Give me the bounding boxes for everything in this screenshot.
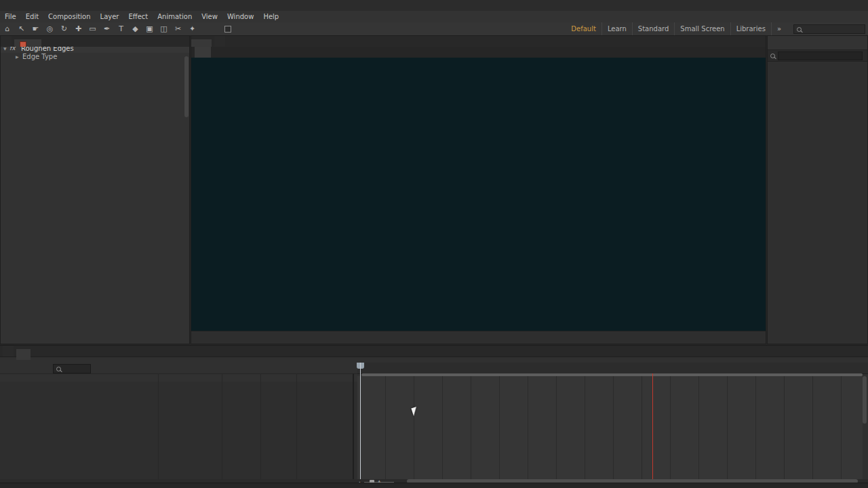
presets-search-icon <box>770 54 775 58</box>
menu-composition[interactable]: Composition <box>43 11 95 22</box>
tool-type-icon[interactable]: T <box>114 22 128 35</box>
tool-roto-icon[interactable]: ✂ <box>171 22 185 35</box>
right-panel-stack <box>767 35 868 344</box>
timeline-panel: ▲ ▲ <box>0 345 868 483</box>
effect-controls-scrollbar[interactable] <box>184 56 189 117</box>
tool-pan-behind-icon[interactable]: ✚ <box>71 22 85 35</box>
expander-icon[interactable]: ▼ <box>3 47 7 53</box>
menu-help[interactable]: Help <box>258 11 283 22</box>
workspace-overflow-icon[interactable]: » <box>771 22 787 35</box>
timeline-tabbar <box>0 346 868 357</box>
track-area[interactable] <box>357 376 863 479</box>
tool-shape-icon[interactable]: ▭ <box>85 22 100 35</box>
timeline-vertical-scrollbar[interactable] <box>863 376 867 424</box>
effect-property-row[interactable]: ▶Edge Type <box>1 53 189 61</box>
timeline-search-icon <box>56 367 61 371</box>
view-layout-dropdown[interactable] <box>279 334 283 342</box>
menu-effect[interactable]: Effect <box>123 11 153 22</box>
tab-footage[interactable] <box>214 36 225 47</box>
effects-presets-header[interactable] <box>768 36 867 50</box>
tool-hand-icon[interactable]: ☛ <box>28 22 43 35</box>
tool-brush-icon[interactable]: ◆ <box>128 22 142 35</box>
effect-controls-body: ▼fxRoughen Edges▶Edge Type <box>1 47 189 344</box>
workspace-bar: DefaultLearnStandardSmall ScreenLibrarie… <box>566 22 787 35</box>
tab-timeline-comp[interactable] <box>16 349 31 360</box>
current-time-indicator-line[interactable] <box>360 363 361 479</box>
workspace-small-screen[interactable]: Small Screen <box>674 22 730 35</box>
tool-clone-icon[interactable]: ▣ <box>142 22 157 35</box>
presets-search-input[interactable] <box>778 52 863 60</box>
snapping-checkbox[interactable] <box>224 26 231 33</box>
tool-orbit-icon[interactable]: ↻ <box>57 22 71 35</box>
search-icon <box>797 27 802 32</box>
effects-presets-search <box>768 50 867 62</box>
composition-panel <box>191 35 766 344</box>
effect-icon: fx <box>9 47 16 53</box>
titlebar <box>0 0 868 12</box>
workspace-standard[interactable]: Standard <box>632 22 675 35</box>
property-name: Edge Type <box>22 53 57 61</box>
workspace-libraries[interactable]: Libraries <box>730 22 771 35</box>
viewer-subtab-bar <box>191 47 766 58</box>
left-panel-tabbar <box>1 36 189 47</box>
after-effects-window: FileEditCompositionLayerEffectAnimationV… <box>0 0 868 488</box>
menu-animation[interactable]: Animation <box>153 11 197 22</box>
menu-layer[interactable]: Layer <box>96 11 124 22</box>
expander-icon[interactable]: ▶ <box>16 53 19 61</box>
timeline-search-field[interactable] <box>53 364 91 373</box>
menubar: FileEditCompositionLayerEffectAnimationV… <box>0 11 868 23</box>
mosaic-background <box>191 58 766 333</box>
tab-render-queue[interactable] <box>3 346 14 357</box>
composition-marker-line[interactable] <box>652 373 653 479</box>
workspace-learn[interactable]: Learn <box>601 22 632 35</box>
camera-view-dropdown[interactable] <box>267 334 272 342</box>
tool-eraser-icon[interactable]: ◫ <box>157 22 171 35</box>
zoom-level-dropdown[interactable] <box>203 334 208 342</box>
effect-name: Roughen Edges <box>21 47 74 53</box>
menu-edit[interactable]: Edit <box>21 11 43 22</box>
toolbar: ⌂↖☛◎↻✚▭✒T◆▣◫✂✦ DefaultLearnStandardSmall… <box>0 22 868 36</box>
viewer-tabbar <box>191 36 766 47</box>
tool-zoom-icon[interactable]: ◎ <box>43 22 57 35</box>
resolution-dropdown[interactable] <box>244 334 249 342</box>
effect-group-row[interactable]: ▼fxRoughen Edges <box>1 47 189 53</box>
time-ruler[interactable] <box>357 363 868 374</box>
effect-controls-panel: ▼fxRoughen Edges▶Edge Type <box>0 35 190 344</box>
tab-project[interactable] <box>1 36 12 47</box>
menu-view[interactable]: View <box>197 11 222 22</box>
workspace-default[interactable]: Default <box>566 22 601 35</box>
help-search-field[interactable] <box>793 24 865 34</box>
tool-home-icon[interactable]: ⌂ <box>0 22 14 35</box>
tool-pen-icon[interactable]: ✒ <box>100 22 114 35</box>
tool-puppet-icon[interactable]: ✦ <box>185 22 199 35</box>
composition-viewport[interactable] <box>191 58 766 333</box>
menu-window[interactable]: Window <box>222 11 258 22</box>
comp-subtab[interactable] <box>195 47 211 58</box>
statusbar <box>0 483 868 488</box>
viewer-toolbar <box>191 331 766 344</box>
tool-selection-icon[interactable]: ↖ <box>14 22 28 35</box>
menu-file[interactable]: File <box>0 11 21 22</box>
